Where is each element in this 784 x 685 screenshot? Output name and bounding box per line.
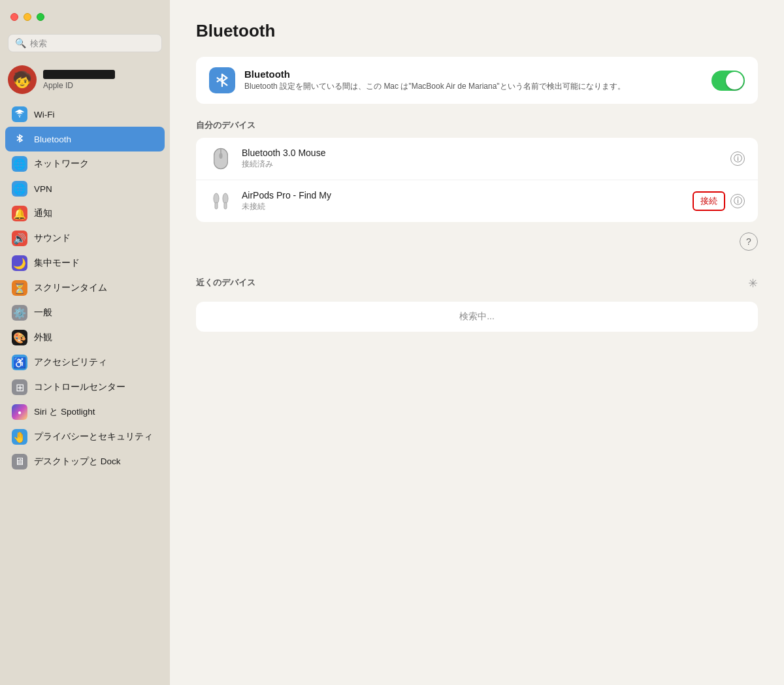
sidebar-item-privacy[interactable]: 🤚 プライバシーとセキュリティ xyxy=(5,424,165,449)
general-icon: ⚙️ xyxy=(12,305,27,321)
airpods-info-button[interactable]: ⓘ xyxy=(730,194,745,208)
svg-rect-6 xyxy=(224,202,227,209)
bluetooth-info: Bluetooth Bluetooth 設定を開いている間は、この Mac は"… xyxy=(244,69,702,92)
user-info: Apple ID xyxy=(43,70,115,90)
sidebar-item-sound-label: サウンド xyxy=(34,232,71,244)
search-bar[interactable]: 🔍 xyxy=(8,34,162,52)
sidebar-item-appearance-label: 外観 xyxy=(34,332,52,343)
mouse-icon xyxy=(209,147,233,170)
svg-point-2 xyxy=(219,153,222,159)
sidebar-item-accessibility-label: アクセシビリティ xyxy=(34,357,107,368)
device-airpods-actions: 接続 ⓘ xyxy=(693,191,745,211)
airpods-connect-button[interactable]: 接続 xyxy=(693,191,725,211)
sidebar-item-screentime[interactable]: ⏳ スクリーンタイム xyxy=(5,276,165,300)
network-icon: 🌐 xyxy=(12,156,27,172)
sidebar-item-network-label: ネットワーク xyxy=(34,158,89,170)
desktop-icon: 🖥 xyxy=(12,454,27,470)
device-item-airpods: AirPods Pro - Find My 未接続 接続 ⓘ xyxy=(196,180,758,222)
screentime-icon: ⏳ xyxy=(12,280,27,296)
help-row: ? xyxy=(196,232,758,256)
sidebar-item-desktop[interactable]: 🖥 デスクトップと Dock xyxy=(5,449,165,474)
avatar: 🧒 xyxy=(8,65,37,94)
searching-label: 検索中... xyxy=(459,311,495,321)
sidebar-item-focus[interactable]: 🌙 集中モード xyxy=(5,251,165,276)
device-airpods-name: AirPods Pro - Find My xyxy=(242,190,683,200)
appearance-icon: 🎨 xyxy=(12,330,27,345)
sidebar-item-accessibility[interactable]: ♿ アクセシビリティ xyxy=(5,350,165,375)
my-devices-header: 自分のデバイス xyxy=(196,119,758,131)
bluetooth-large-icon xyxy=(209,67,235,93)
sidebar-list: Wi-Fi Bluetooth 🌐 ネットワーク 🌐 VPN 🔔 通知 🔊 サウ… xyxy=(0,102,170,685)
device-airpods-status: 未接続 xyxy=(242,201,683,212)
focus-icon: 🌙 xyxy=(12,255,27,271)
apple-id-label: Apple ID xyxy=(43,81,115,90)
sound-icon: 🔊 xyxy=(12,231,27,246)
my-devices-list: Bluetooth 3.0 Mouse 接続済み ⓘ AirPods Pro -… xyxy=(196,138,758,222)
device-mouse-info: Bluetooth 3.0 Mouse 接続済み xyxy=(242,148,721,170)
controlcenter-icon: ⊞ xyxy=(12,379,27,395)
maximize-button[interactable] xyxy=(37,13,44,21)
sidebar-item-general[interactable]: ⚙️ 一般 xyxy=(5,300,165,325)
sidebar-item-sound[interactable]: 🔊 サウンド xyxy=(5,226,165,251)
sidebar-item-siri[interactable]: ● Siri と Spotlight xyxy=(5,400,165,424)
bluetooth-icon xyxy=(12,131,27,147)
sidebar-item-notifications[interactable]: 🔔 通知 xyxy=(5,201,165,226)
search-icon: 🔍 xyxy=(15,38,26,48)
device-mouse-actions: ⓘ xyxy=(730,151,745,166)
bluetooth-toggle[interactable] xyxy=(711,71,745,91)
sidebar-item-screentime-label: スクリーンタイム xyxy=(34,282,107,294)
notifications-icon: 🔔 xyxy=(12,206,27,221)
sidebar-item-siri-label: Siri と Spotlight xyxy=(34,406,95,418)
sidebar-item-vpn[interactable]: 🌐 VPN xyxy=(5,176,165,201)
user-profile[interactable]: 🧒 Apple ID xyxy=(0,60,170,102)
bluetooth-card-desc: Bluetooth 設定を開いている間は、この Mac は"MacBook Ai… xyxy=(244,81,702,92)
sidebar-item-controlcenter-label: コントロールセンター xyxy=(34,381,125,393)
device-item-mouse: Bluetooth 3.0 Mouse 接続済み ⓘ xyxy=(196,138,758,180)
sidebar-item-appearance[interactable]: 🎨 外観 xyxy=(5,325,165,350)
sidebar-item-privacy-label: プライバシーとセキュリティ xyxy=(34,431,153,443)
sidebar-item-bluetooth-label: Bluetooth xyxy=(34,135,71,144)
bluetooth-card-title: Bluetooth xyxy=(244,69,702,80)
sidebar-item-focus-label: 集中モード xyxy=(34,257,80,269)
search-input[interactable] xyxy=(30,39,155,48)
airpods-icon xyxy=(209,189,233,213)
sidebar-item-general-label: 一般 xyxy=(34,307,52,319)
sidebar-item-network[interactable]: 🌐 ネットワーク xyxy=(5,151,165,176)
sidebar: 🔍 🧒 Apple ID Wi-Fi Bluetooth xyxy=(0,0,170,685)
wifi-icon xyxy=(12,106,27,122)
sidebar-item-desktop-label: デスクトップと Dock xyxy=(34,456,121,468)
bluetooth-header: Bluetooth Bluetooth 設定を開いている間は、この Mac は"… xyxy=(196,57,758,104)
vpn-icon: 🌐 xyxy=(12,181,27,197)
privacy-icon: 🤚 xyxy=(12,429,27,445)
minimize-button[interactable] xyxy=(24,13,31,21)
close-button[interactable] xyxy=(10,13,18,21)
sidebar-item-bluetooth[interactable]: Bluetooth xyxy=(5,127,165,151)
user-name-redacted xyxy=(43,70,115,79)
toggle-knob xyxy=(726,72,743,89)
siri-icon: ● xyxy=(12,404,27,420)
mouse-info-button[interactable]: ⓘ xyxy=(730,151,745,166)
device-mouse-name: Bluetooth 3.0 Mouse xyxy=(242,148,721,158)
svg-rect-4 xyxy=(215,202,218,209)
nearby-section: 近くのデバイス ✳ 検索中... xyxy=(196,272,758,332)
main-content: Bluetooth Bluetooth Bluetooth 設定を開いている間は… xyxy=(170,0,784,685)
sidebar-item-notifications-label: 通知 xyxy=(34,208,52,219)
device-airpods-info: AirPods Pro - Find My 未接続 xyxy=(242,190,683,212)
searching-spinner: ✳ xyxy=(748,276,758,291)
titlebar xyxy=(0,0,170,34)
sidebar-item-controlcenter[interactable]: ⊞ コントロールセンター xyxy=(5,375,165,400)
sidebar-item-wifi[interactable]: Wi-Fi xyxy=(5,102,165,127)
sidebar-item-wifi-label: Wi-Fi xyxy=(34,110,54,119)
bluetooth-enable-card: Bluetooth Bluetooth 設定を開いている間は、この Mac は"… xyxy=(196,57,758,104)
nearby-header: 近くのデバイス ✳ xyxy=(196,272,758,295)
searching-card: 検索中... xyxy=(196,302,758,332)
device-mouse-status: 接続済み xyxy=(242,159,721,170)
sidebar-item-vpn-label: VPN xyxy=(34,184,52,194)
page-title: Bluetooth xyxy=(196,21,758,41)
help-button[interactable]: ? xyxy=(740,232,758,251)
accessibility-icon: ♿ xyxy=(12,355,27,370)
nearby-devices-label: 近くのデバイス xyxy=(196,277,255,289)
